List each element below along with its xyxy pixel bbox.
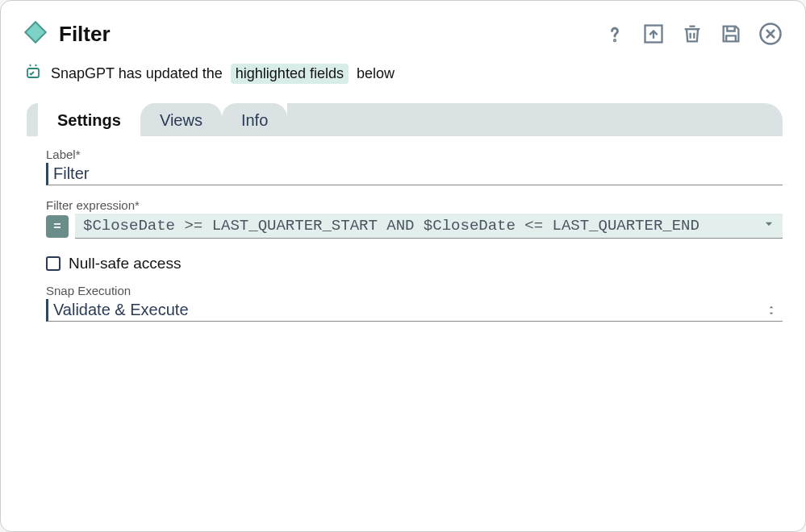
notice-suffix: below xyxy=(357,65,395,82)
dialog-header: Filter xyxy=(23,20,783,48)
filter-expression-input[interactable]: $CloseDate >= LAST_QUARTER_START AND $Cl… xyxy=(75,214,783,239)
export-icon[interactable] xyxy=(642,23,665,45)
help-icon[interactable] xyxy=(603,23,626,45)
page-title: Filter xyxy=(59,22,111,47)
filter-diamond-icon xyxy=(23,20,48,48)
nullsafe-checkbox[interactable] xyxy=(46,256,61,271)
filter-dialog: Filter xyxy=(0,0,806,532)
expression-toggle-button[interactable]: = xyxy=(46,215,69,238)
svg-rect-0 xyxy=(25,22,45,42)
label-input[interactable] xyxy=(53,164,778,183)
expr-row: = $CloseDate >= LAST_QUARTER_START AND $… xyxy=(46,214,783,239)
nullsafe-row: Null-safe access xyxy=(46,255,783,272)
tab-settings[interactable]: Settings xyxy=(38,103,140,136)
exec-field-label: Snap Execution xyxy=(46,284,783,297)
chevron-down-icon[interactable] xyxy=(763,217,775,235)
select-spinner-icon[interactable] xyxy=(766,304,776,317)
tab-lead xyxy=(27,103,38,136)
snapgpt-notice: SnapGPT has updated the highlighted fiel… xyxy=(23,62,783,85)
nullsafe-label: Null-safe access xyxy=(69,255,181,272)
trash-icon[interactable] xyxy=(681,23,704,45)
tab-spacer xyxy=(287,103,783,136)
bot-icon xyxy=(23,62,43,85)
title-group: Filter xyxy=(23,20,111,48)
tab-info[interactable]: Info xyxy=(222,103,287,136)
label-input-wrap xyxy=(46,163,783,185)
expr-field-label: Filter expression* xyxy=(46,198,783,212)
notice-highlight: highlighted fields xyxy=(231,64,349,84)
tab-body: Label* Filter expression* = $CloseDate >… xyxy=(23,136,783,322)
snap-execution-select[interactable]: Validate & Execute xyxy=(46,299,783,322)
expr-value: $CloseDate >= LAST_QUARTER_START AND $Cl… xyxy=(83,217,700,235)
save-icon[interactable] xyxy=(720,23,742,45)
header-actions xyxy=(603,22,783,46)
tabs: Settings Views Info xyxy=(27,103,783,136)
label-field-label: Label* xyxy=(46,148,783,161)
svg-point-1 xyxy=(614,39,615,40)
notice-prefix: SnapGPT has updated the xyxy=(51,65,223,82)
close-icon[interactable] xyxy=(758,22,783,46)
exec-value: Validate & Execute xyxy=(53,301,755,319)
tab-views[interactable]: Views xyxy=(140,103,222,136)
